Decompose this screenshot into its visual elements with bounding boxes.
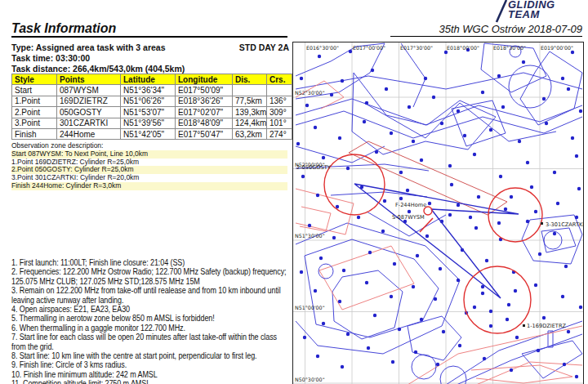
table-cell: N51°36'34" xyxy=(121,85,176,96)
waypoint-dot xyxy=(308,224,311,227)
waypoint-dot xyxy=(367,346,370,350)
airspace-boundary xyxy=(452,100,506,146)
waypoint-dot xyxy=(305,104,309,107)
longitude-label: E019°00'00" xyxy=(541,45,573,51)
table-cell: 087WYSM xyxy=(57,85,121,96)
waypoint-dot xyxy=(425,234,429,238)
waypoint-dot xyxy=(424,77,427,80)
table-cell: 309° xyxy=(267,107,292,118)
waypoint-dot xyxy=(567,330,570,333)
airspace-boundary xyxy=(481,43,546,92)
table-cell: N51°42'05" xyxy=(121,128,176,139)
waypoint-dot xyxy=(338,300,341,303)
rule-item: 2. Frequencies: 122.200 MHz Ostrow Radio… xyxy=(11,267,291,286)
table-row: Finish244HomeN51°42'05"E017°50'47"63,2km… xyxy=(12,128,292,139)
waypoint-label: 3-301CZARTKI xyxy=(546,221,583,228)
waypoint-dot xyxy=(481,91,484,94)
task-leg-lines xyxy=(354,184,519,298)
waypoint-marker-icon xyxy=(523,324,525,327)
waypoint-dot xyxy=(534,284,537,287)
day-label: STD DAY 2A xyxy=(239,42,289,52)
waypoint-dot xyxy=(406,189,409,192)
waypoint-dot xyxy=(390,132,393,135)
waypoint-dot xyxy=(408,105,411,109)
waypoint-label: 1-169DZIETRZ xyxy=(527,323,566,329)
airspace-boundary xyxy=(522,341,582,378)
waypoint-dot xyxy=(398,328,401,331)
table-cell: N51°06'26" xyxy=(121,96,176,106)
airspace-boundary xyxy=(296,223,460,354)
waypoint-dot xyxy=(579,306,582,309)
waypoint-dot xyxy=(416,254,419,257)
waypoint-dot xyxy=(408,210,411,213)
waypoint-dot xyxy=(499,175,502,178)
column-header: Longitude xyxy=(176,74,233,85)
table-cell: Start xyxy=(12,85,57,96)
waypoint-dot xyxy=(301,175,305,178)
waypoint-dot xyxy=(556,202,559,205)
waypoint-dot xyxy=(483,357,486,360)
table-row: 3.Point301CZARTKIN51°39'56"E018°48'09"12… xyxy=(12,118,292,128)
task-type: Type: Assigned area task with 3 areas xyxy=(11,42,166,52)
column-header: Latitude xyxy=(121,74,176,85)
waypoint-dot xyxy=(510,368,513,372)
waypoint-dot xyxy=(300,270,303,274)
table-row: Start087WYSMN51°36'34"E017°50'09" xyxy=(12,85,292,96)
waypoint-dot xyxy=(563,363,566,366)
waypoint-dot xyxy=(561,295,564,298)
latitude-label: N50°30'00" xyxy=(295,377,325,382)
waypoint-dot xyxy=(393,262,396,266)
waypoint-dot xyxy=(514,289,517,292)
airspace-boundary xyxy=(457,334,582,384)
airspace-boundary xyxy=(296,73,582,89)
observation-zone-block: Observation zone description: Start 087W… xyxy=(11,142,287,190)
table-cell: E017°50'47" xyxy=(176,128,233,139)
waypoint-dot xyxy=(420,159,423,162)
waypoint-dot xyxy=(316,355,319,358)
subtitle-underline xyxy=(390,36,582,37)
table-cell xyxy=(267,85,292,96)
waypoint-dot xyxy=(469,216,472,219)
airspace-circle xyxy=(440,366,466,384)
table-cell: 169DZIETRZ xyxy=(57,96,121,106)
page-title: Task Information xyxy=(11,21,116,36)
waypoint-dot xyxy=(553,232,556,235)
waypoint-dot xyxy=(473,153,476,156)
waypoint-dot xyxy=(561,77,564,80)
airspace-boundary xyxy=(332,270,403,339)
waypoint-dot xyxy=(300,77,303,80)
column-header: Points xyxy=(57,74,121,85)
airspace-circle xyxy=(412,355,436,379)
waypoint-dot xyxy=(436,363,439,366)
waypoint-dot xyxy=(383,199,386,203)
table-cell: 136° xyxy=(267,96,292,106)
waypoint-dot xyxy=(319,257,323,260)
latitude-label: N51°00'00" xyxy=(295,305,325,310)
waypoint-dot xyxy=(489,324,492,328)
rule-item: 1. First launch: 11:00LT; Finish line cl… xyxy=(11,258,291,267)
rule-item: 10. Finish line minimum altitude: 242 m … xyxy=(11,370,291,379)
waypoint-table: StylePointsLatitudeLongitudeDis.Crs. Sta… xyxy=(11,74,292,140)
title-underline xyxy=(11,36,287,38)
task-sheet-page: Task Information GLIDING TEAM 35th WGC O… xyxy=(0,0,588,384)
waypoint-dot xyxy=(504,208,507,211)
waypoint-dot xyxy=(365,101,368,105)
table-cell: 301CZARTKI xyxy=(57,118,121,128)
rule-item: 6. When thermalling in a gaggle monitor … xyxy=(11,324,291,333)
table-row: 2.Point050GOSTYN51°53'07"E017°02'07"139,… xyxy=(12,107,292,118)
waypoint-dot xyxy=(318,55,321,58)
waypoint-dot xyxy=(381,230,385,233)
table-cell: 63,2km xyxy=(233,128,267,139)
waypoint-dot xyxy=(399,197,403,200)
waypoint-dot xyxy=(526,161,529,164)
waypoint-dot xyxy=(577,187,581,190)
airspace-boundary xyxy=(296,99,582,125)
longitude-label: E017°00'00" xyxy=(353,45,385,51)
table-cell xyxy=(233,85,267,96)
airspace-circle xyxy=(509,65,551,108)
rules-list: 1. First launch: 11:00LT; Finish line cl… xyxy=(11,258,291,384)
waypoint-dot xyxy=(463,134,466,137)
waypoint-dot xyxy=(575,375,578,378)
task-time: Task time: 03:30:00 xyxy=(11,53,289,63)
table-cell: 050GOSTY xyxy=(57,107,121,118)
